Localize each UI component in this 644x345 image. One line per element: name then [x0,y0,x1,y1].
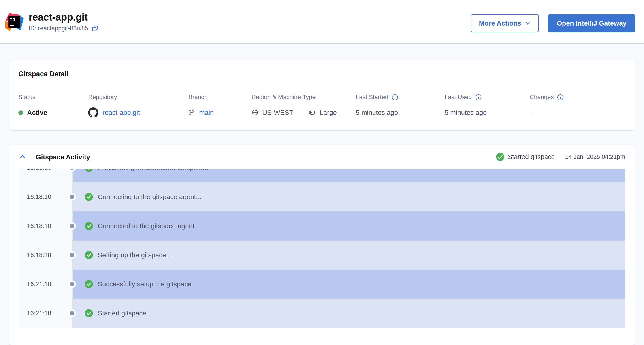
repository-link[interactable]: react-app.git [102,109,140,116]
check-circle-icon [85,222,93,230]
field-region-machine: Region & Machine Type US-WEST [252,94,356,118]
last-started-label: Last Started [356,94,388,101]
copy-icon[interactable] [91,25,98,32]
globe-icon [252,109,258,116]
activity-row-text: Successfully setup the gitspace [98,280,192,288]
svg-text:IJ: IJ [10,18,15,22]
timeline-dot-icon [70,224,74,228]
activity-log-row: 16:21:18 Started gitspace [19,299,625,328]
activity-row-content: Setting up the gitspace... [72,240,625,270]
activity-row-text: Started gitspace [98,310,146,317]
activity-log-row: 16:18:10 Provisioning infrastructure com… [19,169,625,182]
activity-row-content: Connecting to the gitspace agent... [72,182,625,212]
activity-log-scroll-area[interactable]: 16:18:10 Provisioning infrastructure com… [19,169,625,328]
status-value: Active [27,109,47,116]
activity-log-row: 16:18:10 Connecting to the gitspace agen… [19,182,625,212]
activity-title: Gitspace Activity [36,153,90,161]
region-value: US-WEST [262,109,293,116]
activity-row-text: Setting up the gitspace... [98,251,172,259]
field-last-started: Last Started 5 minutes ago [356,94,444,118]
timeline-dot-icon [70,311,74,316]
activity-row-content: Successfully setup the gitspace [72,270,625,299]
more-actions-label: More Actions [479,20,521,27]
activity-row-text: Connected to the gitspace agent [98,222,194,230]
title-block: react-app.git ID: reactappgit-83u3i5 [29,12,98,32]
chevron-down-icon [525,20,530,26]
check-circle-icon [85,280,93,288]
activity-row-content: Provisioning infrastructure completed [72,169,625,182]
timeline-dot-icon [70,195,74,199]
activity-header: Gitspace Activity Started gitspace 14 Ja… [9,145,635,169]
machine-type-value: Large [320,109,337,116]
region-machine-label: Region & Machine Type [252,94,356,101]
field-changes: Changes -- [530,94,626,118]
activity-row-text: Connecting to the gitspace agent... [98,193,202,201]
intellij-idea-logo-icon: IJ [4,12,24,32]
check-circle-icon [496,153,504,161]
activity-timestamp: 14 Jan, 2025 04:21pm [565,154,625,160]
open-intellij-gateway-button[interactable]: Open IntelliJ Gateway [548,14,636,32]
changes-value: -- [530,108,626,118]
github-icon [88,108,98,118]
field-status: Status Active [18,94,88,118]
activity-row-time: 16:18:10 [19,169,72,182]
timeline-dot-icon [70,253,74,257]
repository-label: Repository [88,94,188,101]
check-circle-icon [85,251,93,259]
activity-row-content: Connected to the gitspace agent [72,212,625,240]
activity-log-row: 16:18:18 Setting up the gitspace... [19,240,625,270]
check-circle-icon [85,193,93,201]
activity-row-text: Provisioning infrastructure completed [98,169,208,172]
activity-row-time: 16:21:18 [19,299,72,328]
cpu-icon [309,109,316,116]
activity-row-time: 16:18:18 [19,212,72,240]
info-icon[interactable] [557,94,564,101]
info-icon[interactable] [475,94,482,101]
check-circle-icon [85,169,93,172]
branch-label: Branch [188,94,252,101]
activity-row-time: 16:21:18 [19,270,72,299]
gitspace-detail-card: Gitspace Detail Status Active Repository [8,60,636,131]
field-repository: Repository react-app.git [88,94,188,118]
gitspace-activity-card: Gitspace Activity Started gitspace 14 Ja… [8,144,636,345]
changes-label: Changes [530,94,554,101]
info-icon[interactable] [392,94,398,101]
detail-card-title: Gitspace Detail [18,70,626,78]
field-last-used: Last Used 5 minutes ago [444,94,530,118]
activity-row-content: Started gitspace [72,299,625,328]
last-used-value: 5 minutes ago [444,108,530,118]
activity-log-row: 16:21:18 Successfully setup the gitspace [19,270,625,299]
page-header: IJ react-app.git ID: reactappgit-83u3i5 … [0,0,644,44]
more-actions-button[interactable]: More Actions [470,14,539,32]
page-title: react-app.git [29,12,98,23]
branch-link[interactable]: main [199,109,214,116]
activity-log-row: 16:18:18 Connected to the gitspace agent [19,212,625,240]
gitspace-id: ID: reactappgit-83u3i5 [29,25,88,32]
last-started-value: 5 minutes ago [356,108,444,118]
activity-status-badge: Started gitspace [508,153,555,161]
activity-log-list: 16:18:10 Provisioning infrastructure com… [19,169,625,328]
status-label: Status [18,94,88,101]
field-branch: Branch main [188,94,252,118]
last-used-label: Last Used [444,94,472,101]
activity-row-time: 16:18:18 [19,240,72,270]
timeline-dot-icon [70,282,74,286]
chevron-up-icon[interactable] [19,153,26,161]
status-active-dot-icon [18,110,23,115]
git-branch-icon [188,109,195,116]
activity-row-time: 16:18:10 [19,182,72,212]
check-circle-icon [85,309,93,317]
